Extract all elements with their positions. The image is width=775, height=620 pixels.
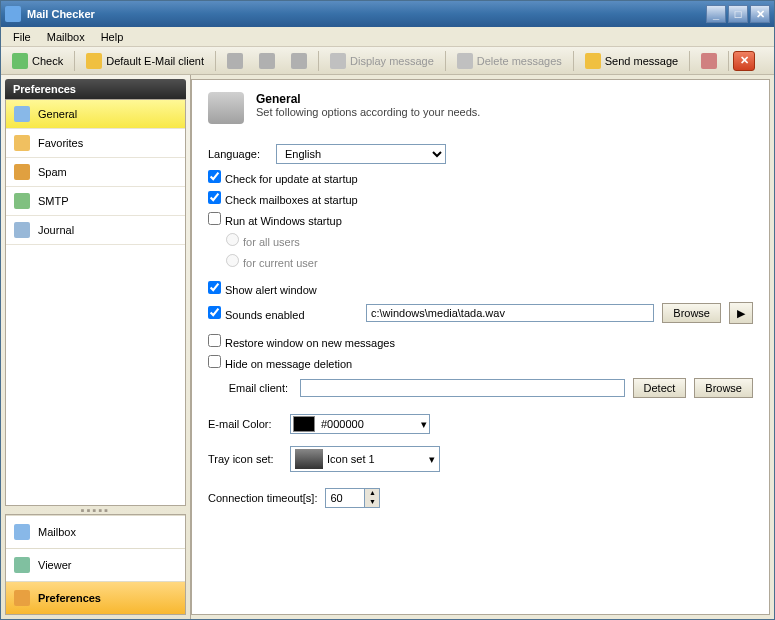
default-client-button[interactable]: Default E-Mail client: [79, 50, 211, 72]
nav-next-button: [284, 50, 314, 72]
next-icon: [291, 53, 307, 69]
toolbar: Check Default E-Mail client Display mess…: [1, 47, 774, 75]
check-mailboxes-checkbox[interactable]: Check mailboxes at startup: [208, 191, 358, 206]
client-browse-button[interactable]: Browse: [694, 378, 753, 398]
prefs-icon: [14, 590, 30, 606]
sidebar-item-general[interactable]: General: [6, 100, 185, 129]
email-client-input[interactable]: [300, 379, 625, 397]
minimize-button[interactable]: _: [706, 5, 726, 23]
main-panel: General Set following options according …: [191, 79, 770, 615]
exit-button[interactable]: ✕: [733, 51, 755, 71]
sound-path-input[interactable]: [366, 304, 654, 322]
tray-icon-label: Tray icon set:: [208, 453, 282, 465]
settings-icon: [701, 53, 717, 69]
general-icon: [14, 106, 30, 122]
bottom-preferences[interactable]: Preferences: [6, 581, 185, 614]
sidebar-item-favorites[interactable]: Favorites: [6, 129, 185, 158]
sidebar: Preferences General Favorites Spam SMTP …: [1, 75, 191, 619]
menu-file[interactable]: File: [5, 29, 39, 45]
chevron-down-icon: ▾: [421, 418, 427, 431]
close-window-button[interactable]: ✕: [750, 5, 770, 23]
detect-button[interactable]: Detect: [633, 378, 687, 398]
color-picker[interactable]: #000000 ▾: [290, 414, 430, 434]
nav-first-button: [220, 50, 250, 72]
title-bar: Mail Checker _ □ ✕: [1, 1, 774, 27]
timeout-label: Connection timeout[s]:: [208, 492, 317, 504]
nav-prev-button: [252, 50, 282, 72]
restore-window-checkbox[interactable]: Restore window on new messages: [208, 334, 395, 349]
delete-messages-button: Delete messages: [450, 50, 569, 72]
page-title: General: [256, 92, 480, 106]
bottom-viewer[interactable]: Viewer: [6, 548, 185, 581]
sidebar-item-spam[interactable]: Spam: [6, 158, 185, 187]
sounds-enabled-checkbox[interactable]: Sounds enabled: [208, 306, 358, 321]
page-subtitle: Set following options according to your …: [256, 106, 480, 118]
menu-help[interactable]: Help: [93, 29, 132, 45]
app-logo-icon: [5, 6, 21, 22]
run-windows-checkbox[interactable]: Run at Windows startup: [208, 212, 342, 227]
sidebar-item-smtp[interactable]: SMTP: [6, 187, 185, 216]
chevron-down-icon: ▾: [429, 453, 435, 466]
spam-icon: [14, 164, 30, 180]
bottom-nav: Mailbox Viewer Preferences: [5, 514, 186, 615]
smtp-icon: [14, 193, 30, 209]
sound-play-button[interactable]: ▶: [729, 302, 753, 324]
check-icon: [12, 53, 28, 69]
sound-browse-button[interactable]: Browse: [662, 303, 721, 323]
envelope-icon: [295, 449, 323, 469]
general-page-icon: [208, 92, 244, 124]
show-alert-checkbox[interactable]: Show alert window: [208, 281, 317, 296]
prev-icon: [259, 53, 275, 69]
splitter-grip[interactable]: ▪▪▪▪▪: [5, 506, 186, 514]
hide-on-delete-checkbox[interactable]: Hide on message deletion: [208, 355, 352, 370]
send-message-button[interactable]: Send message: [578, 50, 685, 72]
timeout-input[interactable]: [325, 488, 365, 508]
sidebar-item-journal[interactable]: Journal: [6, 216, 185, 245]
delete-icon: [457, 53, 473, 69]
spin-up-icon[interactable]: ▲: [365, 489, 379, 498]
timeout-spinner[interactable]: ▲▼: [325, 488, 380, 508]
settings-button[interactable]: [694, 50, 724, 72]
menu-bar: File Mailbox Help: [1, 27, 774, 47]
first-icon: [227, 53, 243, 69]
window-title: Mail Checker: [27, 8, 706, 20]
display-icon: [330, 53, 346, 69]
bottom-mailbox[interactable]: Mailbox: [6, 515, 185, 548]
journal-icon: [14, 222, 30, 238]
sidebar-nav: General Favorites Spam SMTP Journal: [5, 99, 186, 506]
tray-icon-select[interactable]: Icon set 1 ▾: [290, 446, 440, 472]
color-swatch: [293, 416, 315, 432]
check-button[interactable]: Check: [5, 50, 70, 72]
menu-mailbox[interactable]: Mailbox: [39, 29, 93, 45]
maximize-button[interactable]: □: [728, 5, 748, 23]
spin-down-icon[interactable]: ▼: [365, 498, 379, 507]
language-select[interactable]: English: [276, 144, 446, 164]
mailbox-icon: [14, 524, 30, 540]
email-color-label: E-mail Color:: [208, 418, 282, 430]
display-message-button: Display message: [323, 50, 441, 72]
sidebar-header: Preferences: [5, 79, 186, 99]
send-icon: [585, 53, 601, 69]
for-all-radio: for all users: [226, 233, 300, 248]
email-client-label: Email client:: [208, 382, 288, 394]
check-update-checkbox[interactable]: Check for update at startup: [208, 170, 358, 185]
mail-icon: [86, 53, 102, 69]
language-label: Language:: [208, 148, 268, 160]
for-current-radio: for current user: [226, 254, 318, 269]
viewer-icon: [14, 557, 30, 573]
favorites-icon: [14, 135, 30, 151]
